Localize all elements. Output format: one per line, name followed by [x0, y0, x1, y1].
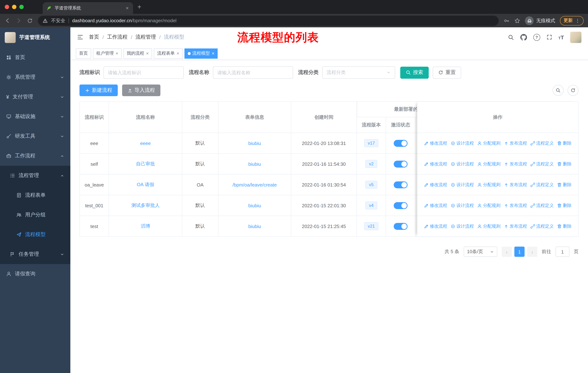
browser-tab[interactable]: 芋道管理系统 ×	[43, 2, 133, 14]
process-name-link[interactable]: OA 请假	[137, 181, 154, 188]
process-name-link[interactable]: eeee	[140, 141, 151, 146]
tab-close-icon[interactable]: ×	[125, 5, 129, 11]
form-info-link[interactable]: biubiu	[248, 203, 261, 208]
form-info-link[interactable]: biubiu	[248, 223, 261, 229]
sidebar-item-workflow[interactable]: 工作流程	[0, 146, 70, 166]
user-avatar[interactable]	[570, 31, 581, 43]
sidebar-fold-icon[interactable]	[77, 34, 84, 40]
page-number-button[interactable]: 1	[514, 247, 525, 257]
prev-page-button[interactable]: ‹	[502, 247, 512, 257]
category-select[interactable]: 流程分类	[322, 66, 395, 79]
delete-link[interactable]: 删除	[557, 140, 572, 146]
address-bar[interactable]: 不安全 dashboard.yudao.iocoder.cn/bpm/manag…	[38, 15, 499, 26]
tag-process-form[interactable]: 流程表单×	[154, 48, 182, 59]
delete-link[interactable]: 删除	[557, 202, 572, 209]
close-icon[interactable]: ×	[177, 51, 179, 56]
sidebar-item-leave-query[interactable]: 请假查询	[0, 264, 70, 284]
publish-process-link[interactable]: 发布流程	[504, 202, 527, 209]
zoom-button[interactable]	[19, 5, 24, 9]
refresh-table-button[interactable]	[567, 85, 578, 96]
publish-process-link[interactable]: 发布流程	[504, 161, 527, 167]
version-badge[interactable]: v17	[364, 139, 378, 147]
assign-rule-link[interactable]: 分配规则	[477, 140, 501, 146]
design-process-link[interactable]: 设计流程	[451, 223, 474, 229]
delete-link[interactable]: 删除	[557, 223, 572, 229]
sidebar-item-devtools[interactable]: 研发工具	[0, 126, 70, 146]
process-definition-link[interactable]: 流程定义	[530, 223, 554, 229]
process-definition-link[interactable]: 流程定义	[530, 161, 554, 167]
minimize-button[interactable]	[12, 5, 16, 9]
form-info-link[interactable]: biubiu	[248, 141, 261, 146]
search-icon[interactable]	[508, 34, 514, 40]
design-process-link[interactable]: 设计流程	[451, 202, 474, 209]
edit-process-link[interactable]: 修改流程	[424, 202, 447, 209]
back-icon[interactable]	[4, 18, 10, 24]
breadcrumb-process-management[interactable]: 流程管理	[136, 34, 156, 40]
process-name-link[interactable]: 自己审批	[136, 161, 155, 167]
active-toggle[interactable]	[394, 181, 408, 188]
incognito-chip[interactable]: 无痕模式	[525, 16, 555, 25]
active-toggle[interactable]	[394, 161, 408, 167]
delete-link[interactable]: 删除	[557, 161, 572, 167]
sidebar-item-infra[interactable]: 基础设施	[0, 107, 70, 126]
form-info-link[interactable]: /bpm/oa/leave/create	[232, 182, 277, 187]
update-button[interactable]: 更新 ⋮	[560, 16, 584, 25]
font-size-icon[interactable]: TT	[558, 34, 564, 40]
import-process-button[interactable]: 导入流程	[122, 84, 160, 96]
version-badge[interactable]: v21	[364, 222, 378, 230]
form-info-link[interactable]: biubiu	[248, 161, 261, 167]
edit-process-link[interactable]: 修改流程	[424, 181, 447, 188]
publish-process-link[interactable]: 发布流程	[504, 140, 527, 146]
reload-icon[interactable]	[27, 18, 33, 23]
tag-process-model[interactable]: 流程模型×	[184, 48, 218, 59]
fullscreen-icon[interactable]	[546, 34, 552, 40]
sidebar-item-home[interactable]: 首页	[0, 48, 70, 67]
close-icon[interactable]: ×	[116, 51, 118, 56]
goto-page-input[interactable]	[556, 247, 569, 257]
version-badge[interactable]: v2	[365, 160, 377, 168]
tag-home[interactable]: 首页	[76, 48, 91, 59]
search-button[interactable]: 搜索	[400, 67, 429, 79]
forward-icon[interactable]	[16, 18, 22, 24]
version-badge[interactable]: v5	[365, 181, 377, 189]
tag-my-process[interactable]: 我的流程×	[123, 48, 152, 59]
key-icon[interactable]	[504, 18, 510, 23]
sidebar-item-user-group[interactable]: 用户分组	[0, 205, 70, 225]
breadcrumb-home[interactable]: 首页	[89, 34, 99, 40]
active-toggle[interactable]	[394, 202, 408, 209]
toggle-search-button[interactable]	[553, 85, 564, 96]
design-process-link[interactable]: 设计流程	[451, 181, 474, 188]
close-button[interactable]	[5, 5, 9, 9]
breadcrumb-workflow[interactable]: 工作流程	[107, 34, 128, 40]
help-icon[interactable]: ?	[533, 34, 540, 40]
publish-process-link[interactable]: 发布流程	[504, 181, 527, 188]
sidebar-item-system[interactable]: 系统管理	[0, 67, 70, 87]
bookmark-star-icon[interactable]	[514, 18, 520, 23]
sidebar-item-process-model[interactable]: 流程模型	[0, 225, 70, 244]
sidebar-item-process-management[interactable]: 流程管理	[0, 166, 70, 185]
edit-process-link[interactable]: 修改流程	[424, 161, 447, 167]
version-badge[interactable]: v4	[365, 202, 377, 210]
close-icon[interactable]: ×	[212, 51, 215, 56]
sidebar-item-task-management[interactable]: 任务管理	[0, 244, 70, 264]
edit-process-link[interactable]: 修改流程	[424, 223, 447, 229]
active-toggle[interactable]	[394, 223, 408, 230]
assign-rule-link[interactable]: 分配规则	[477, 202, 501, 209]
process-definition-link[interactable]: 流程定义	[530, 202, 554, 209]
assign-rule-link[interactable]: 分配规则	[477, 181, 501, 188]
assign-rule-link[interactable]: 分配规则	[477, 161, 501, 167]
new-tab-button[interactable]: +	[137, 3, 141, 11]
github-icon[interactable]	[520, 34, 527, 40]
delete-link[interactable]: 删除	[557, 181, 572, 188]
sidebar-item-process-form[interactable]: 流程表单	[0, 185, 70, 205]
next-page-button[interactable]: ›	[527, 247, 537, 257]
process-definition-link[interactable]: 流程定义	[530, 181, 554, 188]
page-size-select[interactable]: 10条/页	[464, 247, 497, 257]
design-process-link[interactable]: 设计流程	[451, 140, 474, 146]
assign-rule-link[interactable]: 分配规则	[477, 223, 501, 229]
tag-tenant[interactable]: 租户管理×	[93, 48, 122, 59]
process-name-link[interactable]: 测试多审批人	[131, 202, 160, 209]
edit-process-link[interactable]: 修改流程	[424, 140, 447, 146]
sidebar-item-payment[interactable]: ¥ 支付管理	[0, 87, 70, 107]
close-icon[interactable]: ×	[146, 51, 149, 56]
